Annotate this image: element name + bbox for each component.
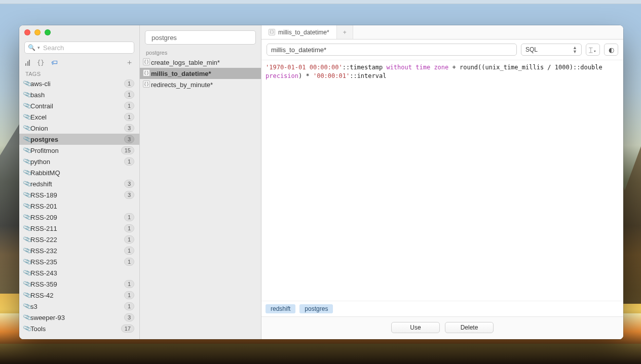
tags-section-label: TAGS [19,69,139,78]
tag-name: python [30,158,124,166]
new-tab-button[interactable]: + [337,25,353,39]
tag-name: sweeper-93 [30,314,124,321]
editor-action-bar: Use Delete [261,316,623,339]
text-cursor-icon: ⌶▾ [589,46,597,54]
tag-row[interactable]: 📎RSS-2321 [19,245,139,256]
code-token: '1970-01-01 00:00:00' [266,64,343,71]
macos-menubar [0,0,641,4]
tag-row[interactable]: 📎Contrail1 [19,100,139,111]
tag-count-badge: 1 [124,247,134,255]
tag-row[interactable]: 📎RSS-2111 [19,223,139,234]
close-window-button[interactable] [24,29,30,35]
minimize-window-button[interactable] [34,29,41,35]
snippet-filter-field[interactable]: postgres [145,30,256,45]
use-button[interactable]: Use [391,322,440,333]
code-token: zone [434,64,448,71]
zoom-window-button[interactable] [45,29,51,35]
stats-icon[interactable] [25,60,30,66]
tag-row[interactable]: 📎Profitmon15 [19,145,139,156]
snippet-row[interactable]: {}redirects_by_minute* [140,79,261,90]
tag-count-badge: 1 [124,258,134,266]
tag-chip[interactable]: postgres [299,304,333,313]
tag-row[interactable]: 📎RSS-2351 [19,256,139,267]
code-token: ) * [298,72,313,79]
tag-name: RabbitMQ [30,169,134,177]
code-token: '00:00:01' [313,72,350,79]
tag-list: 📎aws-cli1📎bash1📎Contrail1📎Excel1📎Onion3📎… [19,78,139,339]
editor-tab-bar: {} millis_to_datetime* + [261,25,623,39]
tag-name: RSS-201 [30,203,134,210]
tag-row[interactable]: 📎RSS-2221 [19,234,139,245]
delete-button[interactable]: Delete [445,322,494,333]
tag-count-badge: 1 [124,302,134,310]
search-scope-chevron-icon[interactable]: ▾ [37,45,40,50]
snippet-row[interactable]: {}millis_to_datetime* [140,68,261,79]
tag-name: RSS-232 [30,247,124,255]
tag-row[interactable]: 📎Tools17 [19,323,139,334]
tag-count-badge: 1 [124,224,134,232]
tag-count-badge: 1 [124,280,134,288]
snippet-title: redirects_by_minute* [151,81,213,89]
tag-row[interactable]: 📎sweeper-933 [19,312,139,323]
tag-row[interactable]: 📎RabbitMQ [19,167,139,178]
code-token: precision [266,72,298,79]
tag-icon[interactable]: 🏷 [51,59,58,66]
add-tag-button[interactable]: ＋ [126,58,133,67]
contrast-icon: ◐ [609,46,614,54]
tag-row[interactable]: 📎RSS-3591 [19,278,139,290]
tag-name: Onion [30,125,124,132]
code-token: + round((unix_time_millis / 1000)::doubl… [448,64,606,71]
snippet-row[interactable]: {}create_logs_table_min* [140,57,261,68]
editor-tab[interactable]: {} millis_to_datetime* [261,25,337,39]
tag-row[interactable]: 📎redshift3 [19,178,139,189]
tag-row[interactable]: 📎RSS-2091 [19,212,139,223]
tag-row[interactable]: 📎Excel1 [19,111,139,123]
code-editor[interactable]: '1970-01-01 00:00:00'::timestamp without… [261,60,623,301]
code-token: without [386,64,412,71]
tag-row[interactable]: 📎RSS-421 [19,290,139,301]
language-select[interactable]: SQL ▲▼ [521,44,582,56]
tag-count-badge: 1 [124,102,134,110]
snippet-title-input[interactable] [267,44,517,56]
code-snippet-icon: {} [269,29,275,35]
tag-row[interactable]: 📎RSS-243 [19,267,139,278]
sidebar-tags-panel: 🔍 ▾ {} 🏷 ＋ TAGS 📎aws-cli1📎bash1📎Contrail… [19,25,140,339]
tag-name: redshift [30,180,124,188]
tag-row[interactable]: 📎RSS-201 [19,200,139,212]
tag-count-badge: 1 [124,291,134,299]
tag-count-badge: 1 [124,91,134,99]
braces-icon[interactable]: {} [37,59,44,66]
tag-row[interactable]: 📎python1 [19,156,139,167]
tag-count-badge: 1 [124,235,134,244]
tag-row[interactable]: 📎aws-cli1 [19,78,139,89]
tag-name: Tools [30,325,121,333]
search-icon: 🔍 [28,44,35,51]
tag-count-badge: 1 [124,79,134,88]
search-input[interactable] [42,44,131,52]
tag-chip[interactable]: redshift [266,304,295,313]
app-window: 🔍 ▾ {} 🏷 ＋ TAGS 📎aws-cli1📎bash1📎Contrail… [19,25,623,339]
tag-name: RSS-42 [30,292,124,299]
tag-row[interactable]: 📎s31 [19,301,139,312]
tag-row[interactable]: 📎Onion3 [19,123,139,134]
tag-name: Excel [30,113,124,121]
contrast-toggle-button[interactable]: ◐ [604,44,618,56]
tag-count-badge: 3 [124,135,134,143]
snippet-list-panel: postgres postgres {}create_logs_table_mi… [140,25,261,339]
tag-row[interactable]: 📎bash1 [19,89,139,100]
snippet-title: create_logs_table_min* [151,59,220,66]
tag-name: Profitmon [30,147,121,154]
code-token: ::timestamp [343,64,387,71]
editor-panel: {} millis_to_datetime* + SQL ▲▼ ⌶▾ ◐ '19… [261,25,623,339]
search-field[interactable]: 🔍 ▾ [24,42,134,54]
select-stepper-icon: ▲▼ [573,46,577,54]
tag-count-badge: 3 [124,180,134,188]
tag-count-badge: 3 [124,191,134,199]
tag-row[interactable]: 📎postgres3 [19,134,139,145]
tag-name: RSS-243 [30,269,134,277]
tag-name: RSS-189 [30,191,124,199]
cursor-mode-button[interactable]: ⌶▾ [586,44,600,56]
tag-count-badge: 17 [121,325,134,333]
plus-icon: + [343,29,347,36]
tag-row[interactable]: 📎RSS-1893 [19,189,139,200]
